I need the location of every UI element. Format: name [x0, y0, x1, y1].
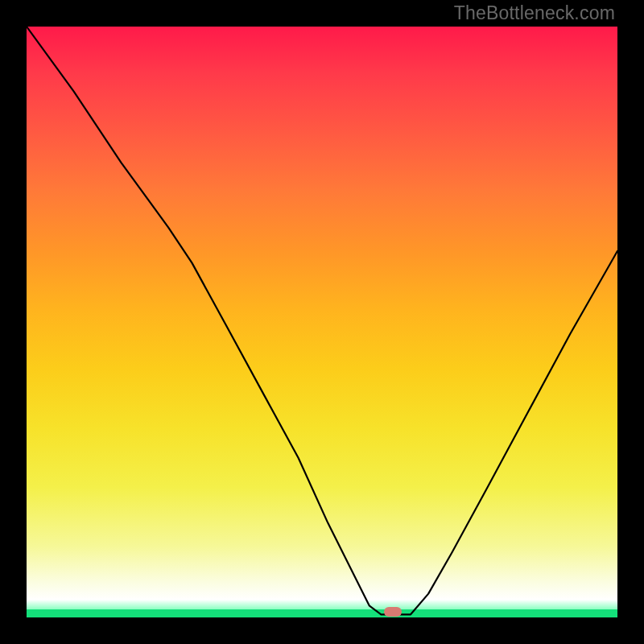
watermark-text: TheBottleneck.com: [454, 2, 615, 24]
optimal-point-marker: [384, 607, 402, 617]
bottleneck-curve-svg: [27, 27, 617, 617]
chart-plot-area: [27, 27, 617, 617]
bottleneck-curve-path: [27, 27, 617, 614]
